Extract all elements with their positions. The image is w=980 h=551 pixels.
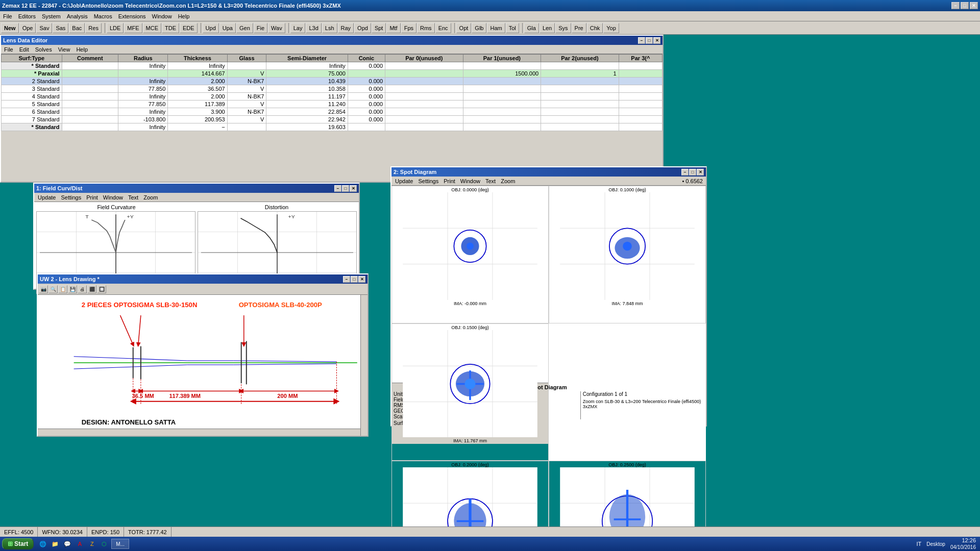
- menu-extensions[interactable]: Extensions: [115, 11, 149, 21]
- icon-btn-6[interactable]: ⬛: [87, 285, 96, 293]
- sd-menu-settings[interactable]: Settings: [415, 178, 441, 185]
- btn-sas[interactable]: Sas: [53, 23, 68, 33]
- field-curv-minimize[interactable]: −: [334, 185, 341, 192]
- menu-file[interactable]: File: [0, 11, 15, 21]
- menu-window[interactable]: Window: [149, 11, 175, 21]
- taskbar-icon-zemax[interactable]: Z: [87, 539, 97, 549]
- sd-menu-window[interactable]: Window: [458, 178, 483, 185]
- table-row[interactable]: * Paraxial 1414.667 V 75.000 1500.000 1: [2, 70, 663, 78]
- btn-chk[interactable]: Chk: [587, 23, 603, 33]
- btn-l3d[interactable]: L3d: [306, 23, 321, 33]
- menu-system[interactable]: System: [39, 11, 64, 21]
- btn-sys[interactable]: Sys: [555, 23, 571, 33]
- btn-gla[interactable]: Gla: [524, 23, 539, 33]
- menu-editors[interactable]: Editors: [15, 11, 39, 21]
- lens-menu-help[interactable]: Help: [73, 46, 91, 53]
- table-row[interactable]: 4 Standard Infinity 2.000 N-BK7 11.197 0…: [2, 93, 663, 101]
- btn-opt[interactable]: Opt: [456, 23, 472, 33]
- lens-menu-solves[interactable]: Solves: [32, 46, 55, 53]
- sd-menu-zoom[interactable]: Zoom: [498, 178, 518, 185]
- spot-diagram-titlebar[interactable]: 2: Spot Diagram − □ ✕: [391, 167, 706, 177]
- btn-new[interactable]: New: [1, 23, 19, 33]
- field-curv-titlebar[interactable]: 1: Field Curv/Dist − □ ✕: [34, 184, 359, 193]
- btn-sav[interactable]: Sav: [36, 23, 52, 33]
- icon-btn-7[interactable]: 🔲: [97, 285, 106, 293]
- maximize-button[interactable]: □: [961, 2, 969, 9]
- taskbar-desktop[interactable]: Desktop: [926, 541, 945, 547]
- sd-menu-text[interactable]: Text: [483, 178, 498, 185]
- btn-wav[interactable]: Wav: [268, 23, 285, 33]
- btn-lde[interactable]: LDE: [107, 23, 124, 33]
- btn-ope[interactable]: Ope: [19, 23, 36, 33]
- btn-glb[interactable]: Glb: [472, 23, 486, 33]
- table-row[interactable]: 7 Standard -103.800 200.953 V 22.942 0.0…: [2, 116, 663, 123]
- table-row[interactable]: 5 Standard 77.850 117.389 V 11.240 0.000: [2, 101, 663, 108]
- lens-drawing-scrollbar-h[interactable]: [38, 429, 360, 436]
- spot-diagram-minimize[interactable]: −: [681, 169, 689, 176]
- taskbar-icon-adobe[interactable]: A: [75, 539, 85, 549]
- field-curv-maximize[interactable]: □: [342, 185, 349, 192]
- fc-menu-print[interactable]: Print: [84, 194, 101, 201]
- spot-diagram-maximize[interactable]: □: [689, 169, 696, 176]
- taskbar-icon-extra[interactable]: ⬡: [99, 539, 109, 549]
- btn-tol[interactable]: Tol: [506, 23, 519, 33]
- btn-pre[interactable]: Pre: [572, 23, 586, 33]
- table-row[interactable]: * Standard Infinity − 19.603: [2, 123, 663, 131]
- lens-editor-close[interactable]: ✕: [653, 37, 660, 44]
- btn-mfe[interactable]: MFE: [124, 23, 142, 33]
- menu-analysis[interactable]: Analysis: [64, 11, 91, 21]
- spot-diagram-close[interactable]: ✕: [697, 169, 704, 176]
- fc-menu-settings[interactable]: Settings: [58, 194, 84, 201]
- taskbar-open-item[interactable]: M...: [111, 539, 129, 549]
- btn-spt[interactable]: Spt: [372, 23, 386, 33]
- lens-drawing-close[interactable]: ✕: [358, 276, 365, 283]
- lens-menu-edit[interactable]: Edit: [16, 46, 32, 53]
- fc-menu-text[interactable]: Text: [126, 194, 141, 201]
- table-row[interactable]: * Standard Infinity Infinity Infinity 0.…: [2, 62, 663, 70]
- start-button[interactable]: ⊞ Start: [2, 538, 34, 549]
- btn-bac[interactable]: Bac: [69, 23, 85, 33]
- btn-lsh[interactable]: Lsh: [322, 23, 337, 33]
- btn-tde[interactable]: TDE: [162, 23, 179, 33]
- icon-btn-4[interactable]: 💾: [68, 285, 77, 293]
- lens-editor-titlebar[interactable]: Lens Data Editor − □ ✕: [1, 36, 663, 45]
- close-button[interactable]: ✕: [970, 2, 978, 9]
- lens-drawing-titlebar[interactable]: UW 2 - Lens Drawing * − □ ✕: [38, 274, 368, 284]
- lens-drawing-maximize[interactable]: □: [351, 276, 358, 283]
- field-curv-close[interactable]: ✕: [350, 185, 357, 192]
- btn-opd[interactable]: Opd: [354, 23, 371, 33]
- btn-rms[interactable]: Rms: [417, 23, 435, 33]
- menu-help[interactable]: Help: [175, 11, 193, 21]
- lens-drawing-scrollbar-v[interactable]: [360, 295, 368, 436]
- fc-menu-update[interactable]: Update: [35, 194, 58, 201]
- minimize-button[interactable]: −: [951, 2, 960, 9]
- lens-drawing-minimize[interactable]: −: [343, 276, 350, 283]
- btn-fie[interactable]: Fie: [254, 23, 267, 33]
- sd-menu-print[interactable]: Print: [441, 178, 458, 185]
- icon-btn-5[interactable]: 🖨: [78, 285, 87, 293]
- btn-enc[interactable]: Enc: [435, 23, 451, 33]
- lens-editor-minimize[interactable]: −: [638, 37, 645, 44]
- lens-menu-file[interactable]: File: [1, 46, 16, 53]
- fc-menu-zoom[interactable]: Zoom: [141, 194, 160, 201]
- menu-macros[interactable]: Macros: [91, 11, 115, 21]
- table-row[interactable]: 3 Standard 77.850 36.507 V 10.358 0.000: [2, 85, 663, 93]
- sd-menu-update[interactable]: Update: [393, 178, 415, 185]
- btn-ham[interactable]: Ham: [487, 23, 505, 33]
- icon-btn-1[interactable]: 📷: [39, 285, 48, 293]
- btn-len[interactable]: Len: [540, 23, 555, 33]
- btn-ray[interactable]: Ray: [338, 23, 354, 33]
- taskbar-icon-skype[interactable]: 💬: [62, 539, 72, 549]
- btn-gen[interactable]: Gen: [236, 23, 253, 33]
- table-row[interactable]: 2 Standard Infinity 2.000 N-BK7 10.439 0…: [2, 78, 663, 85]
- fc-menu-window[interactable]: Window: [101, 194, 126, 201]
- btn-fps[interactable]: Fps: [401, 23, 416, 33]
- btn-upd[interactable]: Upd: [203, 23, 219, 33]
- taskbar-icon-folder[interactable]: 📁: [50, 539, 60, 549]
- btn-upa[interactable]: Upa: [219, 23, 236, 33]
- table-row[interactable]: 6 Standard Infinity 3.900 N-BK7 22.854 0…: [2, 108, 663, 116]
- btn-lay[interactable]: Lay: [290, 23, 306, 33]
- btn-mce[interactable]: MCE: [143, 23, 161, 33]
- btn-yop[interactable]: Yop: [603, 23, 619, 33]
- lens-editor-maximize[interactable]: □: [646, 37, 653, 44]
